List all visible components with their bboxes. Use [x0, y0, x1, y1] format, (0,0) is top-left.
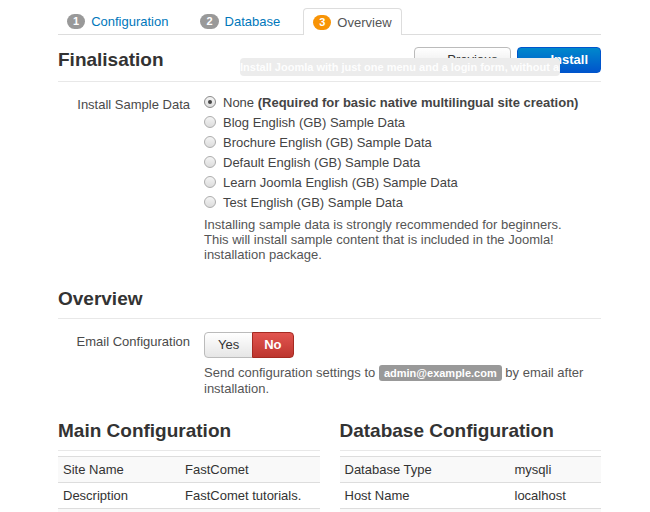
sample-data-option-label: None (Required for basic native multilin… [223, 95, 578, 110]
db-config-section: Database Configuration Database Typemysq… [340, 420, 602, 512]
sample-data-option[interactable]: Blog English (GB) Sample Data [204, 115, 601, 129]
email-yes-button[interactable]: Yes [204, 332, 253, 358]
sample-data-option-label: Blog English (GB) Sample Data [223, 115, 405, 130]
tab-overview-label: Overview [337, 15, 391, 30]
config-summary: Main Configuration Site NameFastCometDes… [58, 420, 601, 512]
email-toggle: Yes No [204, 332, 294, 358]
main-config-table: Site NameFastCometDescriptionFastComet t… [58, 456, 320, 512]
row-value: localhost [510, 483, 602, 509]
tab-configuration[interactable]: 1 Configuration [58, 8, 177, 34]
email-no-button[interactable]: No [252, 332, 293, 358]
section-divider [58, 81, 601, 82]
sample-data-option[interactable]: None (Required for basic native multilin… [204, 95, 601, 109]
radio-icon[interactable] [204, 156, 216, 168]
email-configuration-row: Email Configuration Yes No Send configur… [58, 332, 601, 396]
sample-data-option[interactable]: Test English (GB) Sample Data [204, 195, 601, 209]
row-label: Site Name [58, 457, 180, 483]
sample-data-options: None (Required for basic native multilin… [204, 95, 601, 209]
db-config-title: Database Configuration [340, 420, 602, 442]
overview-section-title: Overview [58, 288, 601, 310]
row-value: FastComet tutorials. [180, 483, 320, 509]
row-label: Username [340, 509, 510, 512]
section-divider [58, 450, 320, 451]
radio-icon[interactable] [204, 196, 216, 208]
row-value: example_jla [510, 509, 602, 512]
table-row: Usernameexample_jla [340, 509, 602, 512]
sample-data-row: Install Sample Data None (Required for b… [58, 95, 601, 262]
tab-configuration-label: Configuration [91, 14, 168, 29]
email-configuration-label: Email Configuration [58, 332, 190, 396]
sample-data-option[interactable]: Default English (GB) Sample Data [204, 155, 601, 169]
tab-overview[interactable]: 3 Overview [303, 8, 401, 35]
table-row: Site OfflineNo [58, 509, 320, 512]
sample-data-option-label: Test English (GB) Sample Data [223, 195, 403, 210]
table-row: Host Namelocalhost [340, 483, 602, 509]
row-label: Host Name [340, 483, 510, 509]
sample-data-help-line: Installing sample data is strongly recom… [204, 217, 601, 232]
radio-icon[interactable] [204, 116, 216, 128]
sample-data-option[interactable]: Brochure English (GB) Sample Data [204, 135, 601, 149]
step-3-badge: 3 [313, 15, 331, 30]
row-label: Database Type [340, 457, 510, 483]
row-value: No [180, 509, 320, 512]
step-2-badge: 2 [200, 14, 218, 29]
table-row: Site NameFastComet [58, 457, 320, 483]
main-config-title: Main Configuration [58, 420, 320, 442]
step-1-badge: 1 [67, 14, 85, 29]
main-config-section: Main Configuration Site NameFastCometDes… [58, 420, 320, 512]
section-divider [58, 318, 601, 319]
install-sample-data-label: Install Sample Data [58, 95, 190, 262]
page-title: Finalisation [58, 49, 164, 71]
sample-data-option-label: Default English (GB) Sample Data [223, 155, 420, 170]
installer-page: 1 Configuration 2 Database 3 Overview In… [58, 0, 601, 512]
row-value: mysqli [510, 457, 602, 483]
email-help-text: Send configuration settings to admin@exa… [204, 365, 601, 396]
tooltip-text: Install Joomla with just one menu and a … [240, 61, 560, 73]
radio-icon[interactable] [204, 136, 216, 148]
sample-data-option-label: Learn Joomla English (GB) Sample Data [223, 175, 458, 190]
radio-selected-icon[interactable] [204, 96, 216, 108]
radio-icon[interactable] [204, 176, 216, 188]
step-tabs: 1 Configuration 2 Database 3 Overview [58, 8, 601, 35]
email-address-badge: admin@example.com [379, 365, 502, 381]
row-label: Description [58, 483, 180, 509]
sample-data-help: Installing sample data is strongly recom… [204, 217, 601, 262]
table-row: Database Typemysqli [340, 457, 602, 483]
sample-data-help-line: This will install sample content that is… [204, 232, 601, 262]
sample-data-option-label: Brochure English (GB) Sample Data [223, 135, 432, 150]
tab-database[interactable]: 2 Database [191, 8, 289, 34]
section-divider [340, 450, 602, 451]
sample-data-tooltip: Install Joomla with just one menu and a … [240, 58, 560, 76]
sample-data-option[interactable]: Learn Joomla English (GB) Sample Data [204, 175, 601, 189]
db-config-table: Database TypemysqliHost NamelocalhostUse… [340, 456, 602, 512]
email-help-prefix: Send configuration settings to [204, 365, 379, 380]
tab-database-label: Database [225, 14, 281, 29]
table-row: DescriptionFastComet tutorials. [58, 483, 320, 509]
row-label: Site Offline [58, 509, 180, 512]
row-value: FastComet [180, 457, 320, 483]
